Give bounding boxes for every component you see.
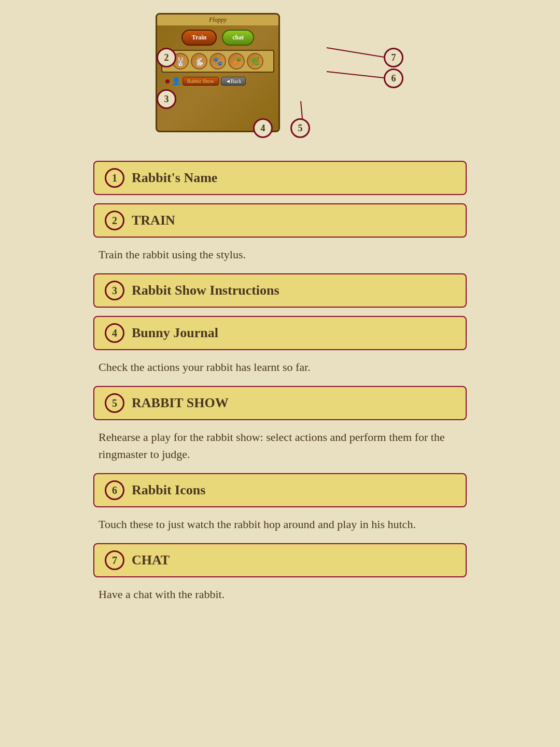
svg-line-1 [327,48,384,57]
item-box-6: 6 Rabbit Icons [93,473,467,507]
content-section: 1 Rabbit's Name 2 TRAIN Train the rabbit… [83,161,477,603]
item-box-3: 3 Rabbit Show Instructions [93,273,467,308]
item-label-2: TRAIN [132,213,175,228]
svg-line-2 [327,72,384,78]
item-label-6: Rabbit Icons [132,482,205,498]
game-title: Floppy [157,15,278,25]
chat-button[interactable]: chat [222,30,254,46]
item-label-3: Rabbit Show Instructions [132,283,279,298]
rabbit-icon-3[interactable]: 🐾 [209,53,226,70]
item-label-5: RABBIT SHOW [132,395,229,411]
item-number-2: 2 [105,211,124,230]
item-label-4: Bunny Journal [132,325,218,341]
item-box-5: 5 RABBIT SHOW [93,386,467,420]
item-description-2: Train the rabbit using the stylus. [93,246,467,263]
rabbit-show-button[interactable]: Rabbit Show [183,77,219,86]
item-number-1: 1 [105,168,124,188]
item-number-7: 7 [105,550,124,570]
item-number-5: 5 [105,393,124,413]
annotation-6: 6 [384,68,403,88]
rabbit-icon-4[interactable]: 🥕 [228,53,245,70]
item-box-7: 7 CHAT [93,543,467,577]
train-button[interactable]: Train [181,30,217,46]
rabbit-icons-row: 🐰 🐇 🐾 🥕 🌿 [161,50,274,73]
item-description-5: Rehearse a play for the rabbit show: sel… [93,428,467,463]
game-buttons-row: Train chat [157,25,278,50]
item-box-4: 4 Bunny Journal [93,316,467,350]
item-label-1: Rabbit's Name [132,170,217,186]
back-button[interactable]: ◄Back [221,77,246,86]
annotation-7: 7 [384,48,403,67]
item-description-7: Have a chat with the rabbit. [93,586,467,603]
item-number-4: 4 [105,323,124,343]
item-box-2: 2 TRAIN [93,203,467,238]
dot-indicator [165,79,170,84]
item-box-1: 1 Rabbit's Name [93,161,467,195]
annotation-4: 4 [253,118,273,138]
game-screen: Floppy Train chat 🐰 🐇 🐾 🥕 🌿 👤 Rabbit Sho… [156,13,280,132]
item-label-7: CHAT [132,552,170,568]
annotation-2: 2 [157,48,176,67]
rabbit-icon-2[interactable]: 🐇 [191,53,207,70]
game-screen-area: 2 7 6 3 4 5 Floppy Train chat 🐰 🐇 🐾 🥕 🌿 … [124,10,436,145]
item-number-6: 6 [105,480,124,500]
user-icon: 👤 [172,77,180,86]
bottom-bar: 👤 Rabbit Show ◄Back [161,75,274,88]
item-description-6: Touch these to just watch the rabbit hop… [93,516,467,533]
item-description-4: Check the actions your rabbit has learnt… [93,358,467,376]
rabbit-icon-5[interactable]: 🌿 [247,53,263,70]
annotation-5: 5 [290,118,310,138]
item-number-3: 3 [105,281,124,300]
annotation-3: 3 [157,89,176,109]
